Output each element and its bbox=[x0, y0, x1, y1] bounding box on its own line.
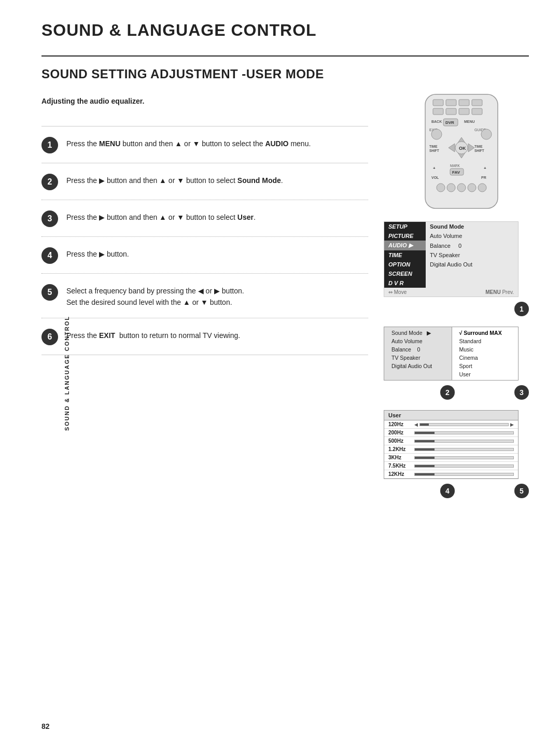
eq-bar-120hz: ◀ ▶ bbox=[414, 422, 514, 427]
menu-item-sound-mode: Sound Mode bbox=[426, 222, 518, 231]
step-item-2: 2 Press the ▶ button and then ▲ or ▼ but… bbox=[41, 163, 368, 200]
svg-rect-8 bbox=[472, 108, 482, 115]
step-badge-row-1: 1 bbox=[384, 300, 529, 316]
svg-point-35 bbox=[447, 184, 455, 192]
section-divider bbox=[41, 55, 529, 57]
screen-ui-1-container: SETUP Sound Mode PICTURE Auto Volume AUD… bbox=[384, 221, 529, 316]
svg-text:SHIFT: SHIFT bbox=[429, 149, 439, 152]
step-text-6: Press the EXIT button to return to norma… bbox=[66, 328, 240, 341]
step-number-1: 1 bbox=[41, 137, 58, 153]
menu-row-audio: AUDIO ▶ Balance 0 bbox=[384, 241, 518, 250]
page-number: 82 bbox=[41, 722, 50, 730]
svg-text:TIME: TIME bbox=[474, 145, 483, 148]
eq-label-3khz: 3KHz bbox=[388, 455, 414, 460]
sm-right-1: √ Surround MAX Standard Music Cinema Spo… bbox=[452, 327, 518, 380]
svg-point-37 bbox=[468, 184, 476, 192]
svg-text:+: + bbox=[484, 166, 486, 171]
right-column: BACK DVR MENU EXIT GUIDE bbox=[384, 92, 529, 498]
svg-point-38 bbox=[478, 184, 486, 192]
eq-row-500hz: 500Hz bbox=[384, 437, 518, 445]
sm-right-row-1: √ Surround MAX bbox=[456, 329, 514, 337]
menu-item-empty bbox=[426, 269, 518, 278]
user-eq-header: User bbox=[384, 411, 518, 420]
step-text-5: Select a frequency band by pressing the … bbox=[66, 283, 244, 308]
eq-bar-3khz bbox=[414, 456, 514, 459]
svg-text:OK: OK bbox=[459, 146, 466, 151]
svg-rect-7 bbox=[459, 108, 469, 115]
step-badge-1: 1 bbox=[514, 302, 529, 316]
eq-track-75khz bbox=[414, 465, 514, 468]
menu-row-option: OPTION Digital Audio Out bbox=[384, 260, 518, 269]
menu-row-time: TIME TV Speaker bbox=[384, 250, 518, 260]
step-badge-4: 4 bbox=[440, 484, 455, 498]
menu-item-auto-volume: Auto Volume bbox=[426, 231, 518, 241]
menu-label-option: OPTION bbox=[384, 260, 426, 269]
step-number-3: 3 bbox=[41, 210, 58, 227]
svg-text:PR: PR bbox=[481, 176, 486, 179]
eq-track-1200hz bbox=[414, 448, 514, 451]
step-badge-row-23: 2 3 bbox=[384, 383, 529, 400]
sm-left-row-3: Balance 0 bbox=[388, 345, 447, 354]
sm-row-1: Sound Mode ▶ Auto Volume Balance 0 TV Sp… bbox=[384, 327, 518, 380]
eq-arrow-left-120hz: ◀ bbox=[414, 422, 418, 427]
menu-row-picture: PICTURE Auto Volume bbox=[384, 231, 518, 241]
steps-list: 1 Press the MENU button and then ▲ or ▼ … bbox=[41, 126, 368, 355]
svg-rect-5 bbox=[433, 108, 443, 115]
section-title: SOUND SETTING ADJUSTMENT -USER MODE bbox=[41, 67, 529, 81]
screen-ui-2-container: Sound Mode ▶ Auto Volume Balance 0 TV Sp… bbox=[384, 327, 529, 400]
eq-rows: 120Hz ◀ ▶ 200Hz bbox=[384, 420, 518, 478]
eq-bar-12khz bbox=[414, 473, 514, 476]
menu-label-audio: AUDIO ▶ bbox=[384, 241, 426, 250]
menu-label-picture: PICTURE bbox=[384, 231, 426, 241]
svg-text:BACK: BACK bbox=[431, 120, 442, 123]
svg-rect-4 bbox=[472, 100, 482, 106]
svg-rect-2 bbox=[446, 100, 456, 106]
eq-label-12khz: 12KHz bbox=[388, 471, 414, 477]
step-number-5: 5 bbox=[41, 284, 58, 301]
sm-left-row-2: Auto Volume bbox=[388, 337, 447, 345]
svg-text:SHIFT: SHIFT bbox=[474, 149, 484, 152]
menu-footer-move: ⇔ Move bbox=[388, 289, 407, 295]
eq-arrow-right-120hz: ▶ bbox=[510, 422, 514, 427]
eq-label-200hz: 200Hz bbox=[388, 430, 414, 435]
sm-left-row-5: Digital Audio Out bbox=[388, 362, 447, 370]
step-text-2: Press the ▶ button and then ▲ or ▼ butto… bbox=[66, 173, 283, 186]
step-text-4: Press the ▶ button. bbox=[66, 246, 129, 260]
eq-bar-75khz bbox=[414, 465, 514, 468]
step-badge-row-45: 4 5 bbox=[384, 482, 529, 498]
menu-row-screen: SCREEN bbox=[384, 269, 518, 278]
svg-text:+: + bbox=[433, 166, 436, 171]
svg-text:MENU: MENU bbox=[464, 120, 475, 123]
user-eq-screen: User 120Hz ◀ ▶ bbox=[384, 410, 519, 479]
eq-bar-1200hz bbox=[414, 448, 514, 451]
sm-left-row-1: Sound Mode ▶ bbox=[388, 329, 447, 337]
eq-track-120hz bbox=[419, 423, 509, 426]
step-item-3: 3 Press the ▶ button and then ▲ or ▼ but… bbox=[41, 200, 368, 237]
svg-text:FAV: FAV bbox=[452, 170, 460, 175]
menu-item-dvr-empty bbox=[426, 278, 518, 288]
eq-track-200hz bbox=[414, 431, 514, 434]
eq-track-500hz bbox=[414, 440, 514, 443]
step-number-4: 4 bbox=[41, 247, 58, 264]
menu-label-setup: SETUP bbox=[384, 222, 426, 231]
sm-right-row-6: User bbox=[456, 370, 514, 378]
step-text-1: Press the MENU button and then ▲ or ▼ bu… bbox=[66, 136, 311, 149]
sm-right-row-5: Sport bbox=[456, 362, 514, 370]
menu-item-digital-audio: Digital Audio Out bbox=[426, 260, 518, 269]
menu-row-setup: SETUP Sound Mode bbox=[384, 222, 518, 231]
menu-table: SETUP Sound Mode PICTURE Auto Volume AUD… bbox=[384, 222, 518, 288]
step-item-4: 4 Press the ▶ button. bbox=[41, 237, 368, 274]
eq-track-12khz bbox=[414, 473, 514, 476]
sm-right-row-3: Music bbox=[456, 345, 514, 354]
eq-row-200hz: 200Hz bbox=[384, 429, 518, 437]
svg-rect-3 bbox=[459, 100, 469, 106]
menu-footer: ⇔ Move MENU Prev. bbox=[384, 288, 518, 297]
svg-rect-6 bbox=[446, 108, 456, 115]
sound-mode-screen: Sound Mode ▶ Auto Volume Balance 0 TV Sp… bbox=[384, 327, 519, 381]
eq-label-75khz: 7.5KHz bbox=[388, 463, 414, 469]
step-badge-2: 2 bbox=[440, 385, 455, 400]
page-title: SOUND & LANGUAGE CONTROL bbox=[41, 21, 529, 40]
menu-footer-prev: MENU Prev. bbox=[485, 289, 514, 295]
eq-bar-200hz bbox=[414, 431, 514, 434]
sm-right-row-4: Cinema bbox=[456, 354, 514, 362]
